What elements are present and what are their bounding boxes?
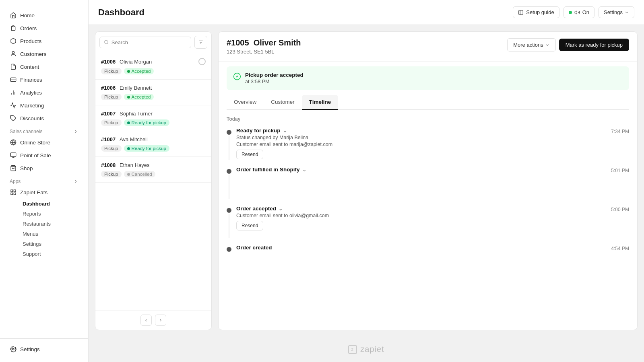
marketing-label: Marketing <box>20 103 44 109</box>
pos-label: Point of Sale <box>20 152 51 158</box>
chevron-down-icon <box>545 43 550 47</box>
on-indicator <box>569 11 572 14</box>
content-icon <box>10 63 17 70</box>
book-icon <box>518 10 524 15</box>
sidebar-item-point-of-sale[interactable]: Point of Sale <box>5 149 83 162</box>
on-toggle-button[interactable]: On <box>564 6 594 18</box>
sidebar-item-marketing[interactable]: Marketing <box>5 99 83 112</box>
order-type-tag: Pickup <box>101 119 122 126</box>
products-label: Products <box>20 38 41 44</box>
search-input-wrap[interactable] <box>99 37 191 48</box>
event-sub2: Customer email sent to olivia@gmail.com <box>236 213 606 218</box>
sidebar-sub-menus[interactable]: Menus <box>18 229 83 239</box>
detail-header: #1005 Oliver Smith 123 Street, SE1 5BL M… <box>219 32 637 62</box>
chevron-down-icon[interactable]: ⌄ <box>302 167 306 173</box>
prev-page-button[interactable] <box>140 315 152 326</box>
svg-rect-2 <box>10 78 16 81</box>
event-time: 4:54 PM <box>611 246 629 251</box>
sidebar-item-online-store[interactable]: Online Store <box>5 136 83 149</box>
timeline-event-accepted: Order accepted ⌄ Customer email sent to … <box>236 206 606 230</box>
setup-guide-button[interactable]: Setup guide <box>513 6 559 18</box>
timeline-event-created: Order created <box>236 245 606 251</box>
mark-ready-button[interactable]: Mark as ready for pickup <box>559 39 629 51</box>
sidebar-footer-settings[interactable]: Settings <box>5 343 83 356</box>
event-time: 5:00 PM <box>611 207 629 212</box>
discounts-icon <box>10 115 17 122</box>
footer-settings-label: Settings <box>20 346 40 352</box>
order-status-tag: Ready for pickup <box>124 145 169 152</box>
table-row[interactable]: #1007 Sophia Turner Pickup Ready for pic… <box>95 105 211 131</box>
order-customer-name: Olivia Morgan <box>120 59 152 65</box>
chevron-down-icon[interactable]: ⌄ <box>283 128 287 134</box>
zapiet-logo-box: z <box>348 345 357 354</box>
event-title: Order fulfilled in Shopify ⌄ <box>236 167 606 173</box>
sidebar-item-shop[interactable]: Shop <box>5 162 83 175</box>
chevron-down-icon[interactable]: ⌄ <box>279 206 283 212</box>
customers-icon <box>10 50 17 58</box>
order-status-tag: Accepted <box>124 94 154 100</box>
marketing-icon <box>10 102 17 109</box>
sidebar-item-products[interactable]: Products <box>5 35 83 47</box>
detail-order-title: #1005 Oliver Smith <box>227 38 301 47</box>
sidebar-item-analytics[interactable]: Analytics <box>5 86 83 99</box>
apps-section: Apps <box>5 175 83 186</box>
timeline-dot <box>227 247 231 252</box>
order-id: #1007 <box>101 136 116 142</box>
search-input[interactable] <box>111 39 187 45</box>
tab-timeline[interactable]: Timeline <box>302 95 339 110</box>
svg-marker-20 <box>575 10 577 14</box>
speaker-icon <box>574 10 580 15</box>
table-row[interactable]: #1007 Ava Mitchell Pickup Ready for pick… <box>95 131 211 157</box>
pagination <box>95 310 211 330</box>
sidebar-sub-dashboard[interactable]: Dashboard <box>18 199 83 209</box>
timeline-dot <box>227 130 231 135</box>
settings-button[interactable]: Settings <box>599 6 634 18</box>
main-content: Dashboard Setup guide On Settings <box>89 0 644 362</box>
main-header: Dashboard Setup guide On Settings <box>89 0 644 25</box>
sidebar-sub-settings[interactable]: Settings <box>18 239 83 249</box>
list-item: Order accepted ⌄ Customer email sent to … <box>227 206 629 238</box>
table-row[interactable]: #1006 Emily Bennett Pickup Accepted <box>95 80 211 105</box>
analytics-label: Analytics <box>20 90 42 96</box>
sidebar-item-finances[interactable]: Finances <box>5 73 83 86</box>
timeline-dot <box>227 169 231 174</box>
products-icon <box>10 37 17 45</box>
search-icon <box>104 39 109 45</box>
resend-button[interactable]: Resend <box>236 150 263 159</box>
timeline-dot <box>227 208 231 213</box>
tab-overview[interactable]: Overview <box>227 95 264 110</box>
tab-customer[interactable]: Customer <box>264 95 302 110</box>
order-status-tag: Cancelled <box>124 171 155 177</box>
svg-point-17 <box>12 348 14 350</box>
sidebar-item-content[interactable]: Content <box>5 60 83 73</box>
order-customer-name: Ethan Hayes <box>120 162 149 168</box>
order-id: #1007 <box>101 111 116 117</box>
sidebar-sub-reports[interactable]: Reports <box>18 209 83 219</box>
sidebar-sub-support[interactable]: Support <box>18 249 83 259</box>
sidebar-item-discounts[interactable]: Discounts <box>5 112 83 125</box>
sidebar-item-customers[interactable]: Customers <box>5 47 83 60</box>
event-time: 7:34 PM <box>611 129 629 134</box>
sidebar-item-zapiet-eats[interactable]: Zapiet Eats <box>5 186 83 199</box>
svg-rect-0 <box>12 26 14 27</box>
detail-actions: More actions Mark as ready for pickup <box>507 38 629 51</box>
more-actions-button[interactable]: More actions <box>507 38 555 51</box>
chevron-down-icon <box>624 10 629 15</box>
online-store-icon <box>10 139 17 146</box>
banner-subtitle: at 3:58 PM <box>245 79 303 84</box>
content-area: #1006 Olivia Morgan Pickup Accepted <box>89 25 644 337</box>
sidebar-sub-restaurants[interactable]: Restaurants <box>18 219 83 229</box>
zapiet-logo: z zapiet <box>89 337 644 362</box>
table-row[interactable]: #1006 Olivia Morgan Pickup Accepted <box>95 53 211 80</box>
next-page-button[interactable] <box>155 315 166 326</box>
svg-point-21 <box>105 40 108 43</box>
filter-button[interactable] <box>194 36 207 49</box>
status-dot <box>127 173 130 176</box>
discounts-label: Discounts <box>20 115 44 121</box>
status-dot <box>127 96 130 99</box>
sidebar-item-home[interactable]: Home <box>5 9 83 22</box>
sidebar-item-orders[interactable]: Orders <box>5 22 83 35</box>
finances-icon <box>10 76 17 83</box>
table-row[interactable]: #1008 Ethan Hayes Pickup Cancelled <box>95 157 211 183</box>
resend-button[interactable]: Resend <box>236 221 263 230</box>
